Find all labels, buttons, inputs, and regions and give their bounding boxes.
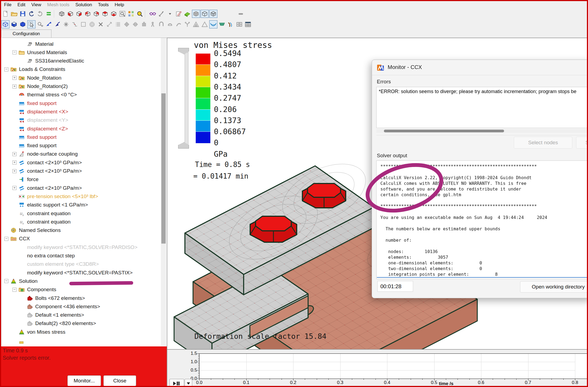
tree-expander-minus[interactable]: − [4,67,8,71]
mesh-view-icon[interactable] [209,10,217,18]
zoom-box-icon[interactable] [118,10,126,18]
tree-item-component-436-elements[interactable]: Component <436 elements> [21,302,100,311]
table-grid-icon[interactable] [244,20,252,28]
g7-icon[interactable] [175,20,183,28]
menu-view[interactable]: View [28,2,44,8]
menu-file[interactable]: File [1,2,14,8]
view-iso-icon[interactable] [58,10,66,18]
solver-output-textbox[interactable]: ****************************************… [376,160,588,279]
tree-item-force[interactable]: force [12,175,38,184]
select-nodes-button[interactable]: Select nodes [514,137,572,149]
g3-icon[interactable] [140,20,148,28]
tree-item-pre-tension-section-5-10-lbf[interactable]: pre-tension section <5×10³ lbf> [12,192,98,201]
tree-item-displacement-z[interactable]: displacement <Z> [12,124,68,133]
errors-textbox[interactable]: *ERROR: solution seems to diverge; pleas… [376,87,588,128]
measure-icon[interactable]: 7 [157,10,165,18]
tree-item-ss316anneledelastic[interactable]: SS316anneledElastic [21,57,84,65]
monitor-button[interactable]: Monitor... [67,375,101,386]
tree-item-ccx[interactable]: −CCXCCX [4,235,30,243]
tree-item-node-surface-coupling[interactable]: +node-surface coupling [12,150,78,158]
errors-hscrollbar-thumb[interactable] [384,130,504,132]
eraser-icon[interactable] [183,10,191,18]
mesh-curve-icon[interactable] [209,20,217,28]
g9-icon[interactable] [192,20,200,28]
tree-expander-minus[interactable]: − [4,237,8,241]
break-icon[interactable] [71,20,79,28]
tree-expander-plus[interactable]: + [12,76,17,80]
close-button[interactable]: Close [103,375,136,386]
wireframe-view-icon[interactable] [201,10,209,18]
tree-expander-plus[interactable]: + [12,186,17,190]
view-back-icon[interactable] [75,10,83,18]
tree-expander-plus[interactable]: + [12,169,17,173]
menu-solution[interactable]: Solution [72,2,95,8]
fit-screen-icon[interactable] [127,10,135,18]
tree-item-contact-2-10-gpa-m[interactable]: +contact <2×10³ GPa/m> [12,158,82,167]
g10-icon[interactable] [201,20,209,28]
tree-item-row-35[interactable] [12,336,27,345]
tree-expander-minus[interactable]: − [12,50,17,54]
list-gray-icon[interactable] [114,20,122,28]
zoom-cursor-icon[interactable] [36,20,44,28]
errors-hscrollbar[interactable] [376,129,588,133]
tree-item-default-2-820-elements[interactable]: Default(2) <820 elements> [21,319,96,328]
play-pause-button[interactable] [169,379,184,387]
tree-item-modify-keyword-static-solver-pardiso[interactable]: modify keyword <*STATIC,SOLVER=PARDISO> [12,243,138,251]
delete-x-icon[interactable] [97,20,105,28]
tree-scrollbar[interactable] [161,38,166,346]
tree-item-node-rotation[interactable]: +Node_Rotation [12,74,61,82]
square-outline-icon[interactable] [79,20,87,28]
tree-item-elastic-support-1-gpa-m[interactable]: elastic support <1 GPa/m> [12,201,88,209]
sphere-wire-icon[interactable] [88,20,96,28]
tree-item-fixed-support[interactable]: fixed support [12,133,57,141]
cube-solid-icon[interactable] [19,20,27,28]
chart-options-dropdown[interactable] [185,379,192,387]
menu-edit[interactable]: Edit [14,2,28,8]
open-folder-icon[interactable] [10,10,18,18]
cube-blue-icon[interactable] [10,20,18,28]
tree-item-displacement-y[interactable]: displacement <Y> [12,116,68,124]
menu-tools[interactable]: Tools [95,2,112,8]
view-top-icon[interactable] [101,10,109,18]
tree-item-von-mises-stress[interactable]: von Mises stress [12,328,65,336]
tree-item-named-selections[interactable]: Named Selections [4,226,61,235]
tree-expander-plus[interactable]: + [12,84,17,88]
mesh-brown-icon[interactable] [227,20,235,28]
shaded-view-icon[interactable] [192,10,200,18]
cube-outline-icon[interactable] [1,20,9,28]
tree-item-solution[interactable]: −Solution [4,277,38,285]
tree-item-fixed-support[interactable]: fixed support [12,99,57,107]
menu-help[interactable]: Help [112,2,127,8]
tree-item-material[interactable]: Material [21,40,54,48]
g4-icon[interactable] [149,20,157,28]
g8-icon[interactable] [183,20,191,28]
dialog-title-bar[interactable]: Monitor - CCX [372,60,588,75]
g2-icon[interactable] [131,20,139,28]
tree-expander-plus[interactable]: + [12,160,17,165]
sketch-icon[interactable] [175,10,183,18]
redo-icon[interactable] [36,10,44,18]
view-left-icon[interactable] [84,10,92,18]
view-right-icon[interactable] [92,10,100,18]
open-working-directory-button[interactable]: Open working directory [520,281,588,293]
tree-item-thermal-stress-0-c[interactable]: thermal stress <0 °C> [12,91,77,99]
tree-expander-minus[interactable]: − [12,288,17,292]
tree-item-constraint-equation[interactable]: uxconstraint equation [12,218,71,226]
tree-expander-plus[interactable]: + [12,152,17,156]
tree-item-bolts-672-elements[interactable]: Bolts <672 elements> [21,294,85,302]
tree-item-modify-keyword-static-solver-pastix[interactable]: modify keyword <*STATIC,SOLVER=PASTIX> [12,268,133,277]
explode-icon[interactable] [62,20,70,28]
g5-icon[interactable] [157,20,165,28]
glasses-icon[interactable] [149,10,157,18]
dash-icon[interactable] [237,10,245,18]
tree-item-fixed-support[interactable]: fixed support [12,142,57,150]
query-icon[interactable] [136,10,144,18]
section-bars-icon[interactable] [45,10,53,18]
select-cursor-icon[interactable] [27,20,35,28]
legend-slider-track[interactable] [185,52,188,146]
tree-item-default-1-elements[interactable]: Default <1 elements> [21,311,84,319]
tree-item-contact-2-10-gpa-m[interactable]: +contact <2×10³ GPa/m> [12,167,82,175]
tree-item-no-extra-contact-step[interactable]: no extra contact step [12,252,75,260]
save-icon[interactable] [19,10,27,18]
tree-scrollbar-thumb[interactable] [161,93,166,244]
